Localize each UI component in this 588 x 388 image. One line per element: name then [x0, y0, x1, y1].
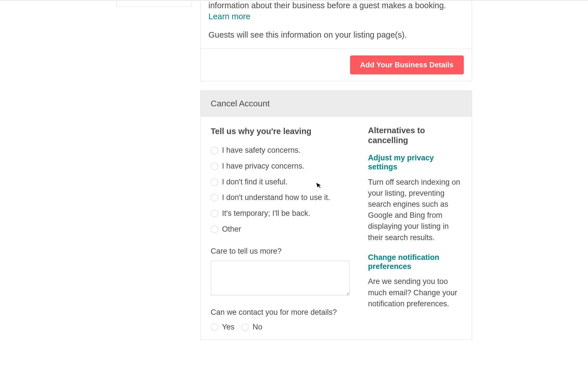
leaving-reason-radios: I have safety concerns. I have privacy c… — [211, 145, 351, 235]
radio-icon — [211, 147, 218, 154]
sidebar-partial-box — [116, 0, 192, 7]
business-panel-body: information about their business before … — [201, 0, 472, 49]
tell-more-textarea[interactable] — [211, 261, 349, 295]
top-divider — [0, 0, 588, 1]
business-info-text: information about their business before … — [209, 0, 464, 22]
radio-icon — [211, 210, 218, 217]
guests-info-text: Guests will see this information on your… — [209, 29, 464, 40]
radio-icon — [211, 163, 218, 170]
radio-label: No — [253, 322, 263, 333]
radio-icon — [211, 178, 218, 186]
radio-icon — [241, 324, 249, 331]
cancel-panel-body: Tell us why you're leaving I have safety… — [201, 117, 472, 339]
leaving-heading: Tell us why you're leaving — [211, 126, 351, 137]
radio-icon — [211, 194, 218, 201]
cancel-panel-title: Cancel Account — [211, 98, 462, 109]
reason-radio-temporary[interactable]: It's temporary; I'll be back. — [211, 208, 351, 219]
business-panel-footer: Add Your Business Details — [201, 49, 472, 81]
alt-link-notifications[interactable]: Change notification preferences — [368, 253, 462, 271]
add-business-details-button[interactable]: Add Your Business Details — [350, 55, 464, 74]
contact-radio-group: Yes No — [211, 322, 351, 333]
sidebar-area — [116, 0, 200, 349]
leaving-reason-section: Tell us why you're leaving I have safety… — [211, 126, 351, 332]
tell-more-label: Care to tell us more? — [211, 246, 351, 257]
learn-more-link[interactable]: Learn more — [209, 12, 250, 21]
alt-link-privacy[interactable]: Adjust my privacy settings — [368, 153, 462, 172]
radio-label: Yes — [222, 322, 235, 333]
business-info-fragment: information about their business before … — [209, 1, 446, 10]
alternatives-section: Alternatives to cancelling Adjust my pri… — [368, 126, 462, 332]
contact-label: Can we contact you for more details? — [211, 307, 351, 318]
alternatives-heading: Alternatives to cancelling — [368, 126, 462, 145]
page-wrapper: information about their business before … — [0, 0, 588, 349]
cancel-account-panel: Cancel Account Tell us why you're leavin… — [200, 90, 472, 339]
radio-label: I have safety concerns. — [222, 145, 301, 156]
radio-icon — [211, 226, 218, 233]
radio-icon — [211, 324, 218, 331]
alt-desc-privacy: Turn off search indexing on your listing… — [368, 177, 462, 243]
radio-label: I don't find it useful. — [222, 177, 288, 187]
reason-radio-safety[interactable]: I have safety concerns. — [211, 145, 351, 156]
alt-desc-notifications: Are we sending you too much email? Chang… — [368, 276, 462, 309]
radio-label: I have privacy concerns. — [222, 161, 304, 172]
radio-label: It's temporary; I'll be back. — [222, 208, 310, 219]
reason-radio-dont-understand[interactable]: I don't understand how to use it. — [211, 192, 351, 203]
contact-radio-yes[interactable]: Yes — [211, 322, 235, 333]
business-details-panel: information about their business before … — [200, 0, 472, 81]
cancel-panel-header: Cancel Account — [201, 91, 472, 117]
radio-label: I don't understand how to use it. — [222, 192, 330, 203]
reason-radio-not-useful[interactable]: I don't find it useful. — [211, 177, 351, 187]
main-content: information about their business before … — [200, 0, 472, 349]
reason-radio-other[interactable]: Other — [211, 224, 351, 235]
reason-radio-privacy[interactable]: I have privacy concerns. — [211, 161, 351, 172]
radio-label: Other — [222, 224, 241, 235]
contact-radio-no[interactable]: No — [241, 322, 263, 333]
